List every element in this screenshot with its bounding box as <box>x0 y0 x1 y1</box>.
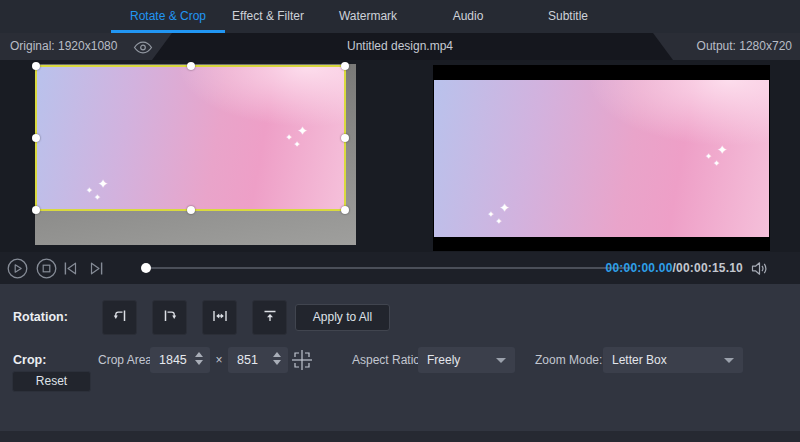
progress-thumb[interactable] <box>141 263 151 273</box>
sparkle-icon: ✦ <box>500 202 510 214</box>
next-frame-icon[interactable] <box>88 261 105 280</box>
chevron-down-icon <box>496 358 506 363</box>
zoom-mode-value: Letter Box <box>612 347 667 373</box>
current-time: 00:00:00.00 <box>606 261 673 275</box>
spinner-down-icon[interactable] <box>195 360 203 365</box>
sparkle-icon: ✦ <box>94 194 101 202</box>
crop-handle-bottom-left[interactable] <box>32 206 40 214</box>
aspect-ratio-label: Aspect Ratio: <box>352 347 423 373</box>
eye-icon[interactable] <box>133 40 153 53</box>
flip-vertical-button[interactable] <box>252 300 287 335</box>
edit-panel: Rotation: <box>0 284 800 442</box>
tab-rotate-crop[interactable]: Rotate & Crop <box>118 0 218 33</box>
crop-width-spinner[interactable] <box>195 352 205 368</box>
sparkle-cluster: ✦ ✦ ✦ <box>705 144 727 168</box>
progress-slider[interactable] <box>143 267 633 269</box>
sparkle-icon: ✦ <box>86 187 93 195</box>
preview-area: ✦ ✦ ✦ ✦ ✦ ✦ ✦ ✦ <box>0 60 800 252</box>
rotate-right-icon <box>161 307 179 329</box>
crop-handle-middle-left[interactable] <box>32 134 40 142</box>
tab-strip: Rotate & Crop Effect & Filter Watermark … <box>118 0 618 33</box>
rotate-left-icon <box>111 307 129 329</box>
crop-selection[interactable]: ✦ ✦ ✦ ✦ ✦ ✦ <box>35 65 346 211</box>
crop-area-label: Crop Area: <box>98 347 155 373</box>
sparkle-icon: ✦ <box>488 211 495 219</box>
video-frame-original: ✦ ✦ ✦ ✦ ✦ ✦ <box>37 67 344 209</box>
crop-label: Crop: <box>13 347 46 373</box>
stop-icon[interactable] <box>36 258 57 283</box>
crop-handle-bottom-right[interactable] <box>341 206 349 214</box>
sparkle-icon: ✦ <box>705 153 712 161</box>
aspect-ratio-select[interactable]: Freely <box>418 347 515 373</box>
file-title: Untitled design.mp4 <box>200 33 600 60</box>
tab-watermark[interactable]: Watermark <box>318 0 418 33</box>
rotate-right-button[interactable] <box>152 300 187 335</box>
sparkle-icon: ✦ <box>713 160 720 168</box>
tab-effect-filter[interactable]: Effect & Filter <box>218 0 318 33</box>
output-preview: ✦ ✦ ✦ ✦ ✦ ✦ <box>433 65 770 251</box>
zoom-mode-label: Zoom Mode: <box>535 347 602 373</box>
chevron-down-icon <box>724 358 734 363</box>
crop-height-spinner[interactable] <box>273 352 283 368</box>
zoom-mode-select[interactable]: Letter Box <box>603 347 743 373</box>
aspect-ratio-value: Freely <box>427 347 460 373</box>
sparkle-cluster: ✦ ✦ ✦ <box>488 202 510 226</box>
volume-icon[interactable] <box>751 261 769 280</box>
sparkle-icon: ✦ <box>294 141 301 149</box>
crop-height-field <box>228 347 288 373</box>
video-frame-output: ✦ ✦ ✦ ✦ ✦ ✦ <box>434 80 769 237</box>
crop-handle-middle-right[interactable] <box>341 134 349 142</box>
flip-horizontal-button[interactable] <box>202 300 237 335</box>
title-row: Original: 1920x1080 Untitled design.mp4 … <box>0 33 800 60</box>
flip-vertical-icon <box>261 307 279 329</box>
tab-audio[interactable]: Audio <box>418 0 518 33</box>
crop-handle-top-middle[interactable] <box>187 62 195 70</box>
sparkle-icon: ✦ <box>98 178 108 190</box>
spinner-up-icon[interactable] <box>195 352 203 357</box>
crop-handle-top-right[interactable] <box>341 62 349 70</box>
sparkle-cluster: ✦ ✦ ✦ <box>86 178 108 202</box>
output-size-badge: Output: 1280x720 <box>653 33 800 60</box>
sparkle-icon: ✦ <box>496 218 503 226</box>
crop-center-button[interactable] <box>291 349 313 371</box>
crop-handle-bottom-middle[interactable] <box>187 206 195 214</box>
sparkle-icon: ✦ <box>298 125 308 137</box>
footer-strip <box>0 431 800 442</box>
sparkle-icon: ✦ <box>286 134 293 142</box>
rotation-label: Rotation: <box>13 300 68 335</box>
time-display: 00:00:00.00/00:00:15.10 <box>606 252 743 284</box>
spinner-up-icon[interactable] <box>273 352 281 357</box>
multiply-sign: × <box>212 347 226 373</box>
player-bar: 00:00:00.00/00:00:15.10 <box>0 252 800 284</box>
tab-subtitle[interactable]: Subtitle <box>518 0 618 33</box>
reset-button[interactable]: Reset <box>12 371 91 392</box>
crop-height-input[interactable] <box>228 347 270 373</box>
spinner-down-icon[interactable] <box>273 360 281 365</box>
total-time: 00:00:15.10 <box>676 261 743 275</box>
original-size-label: Original: 1920x1080 <box>10 33 117 60</box>
crop-handle-top-left[interactable] <box>32 62 40 70</box>
apply-to-all-button[interactable]: Apply to All <box>295 304 390 331</box>
tab-bar: Rotate & Crop Effect & Filter Watermark … <box>0 0 800 33</box>
flip-horizontal-icon <box>211 307 229 329</box>
previous-frame-icon[interactable] <box>62 261 79 280</box>
original-preview: ✦ ✦ ✦ ✦ ✦ ✦ <box>35 64 356 245</box>
sparkle-cluster: ✦ ✦ ✦ <box>286 125 308 149</box>
play-icon[interactable] <box>7 258 28 283</box>
rotate-left-button[interactable] <box>102 300 137 335</box>
sparkle-icon: ✦ <box>717 144 727 156</box>
crop-width-input[interactable] <box>150 347 192 373</box>
output-size-label: Output: 1280x720 <box>697 33 792 60</box>
crop-width-field <box>150 347 210 373</box>
